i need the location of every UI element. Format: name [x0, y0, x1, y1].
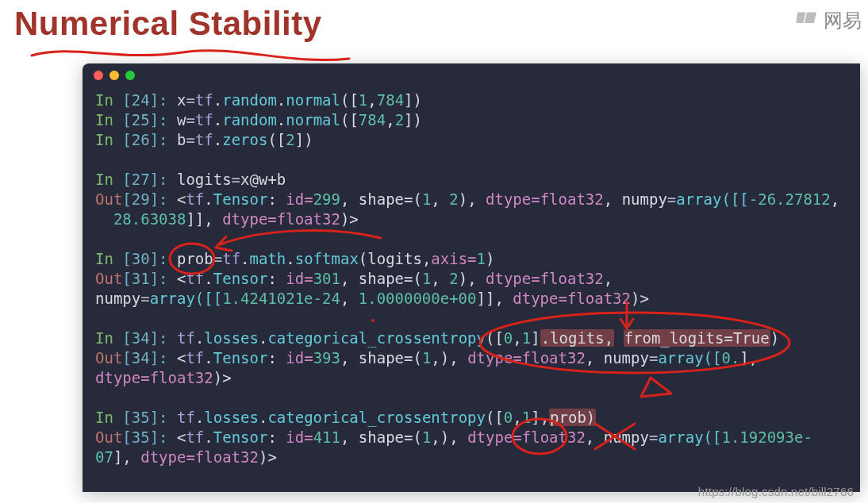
highlight-prob: prob): [549, 409, 596, 426]
ipython-session: In [24]: x=tf.random.normal([1,784]) In …: [95, 90, 852, 467]
in-prompt: In: [95, 91, 122, 109]
watermark-icon: [795, 10, 819, 32]
footer-source-url: https://blog.csdn.net/bill2766: [698, 485, 854, 498]
out-prompt: Out: [95, 190, 122, 208]
terminal-window: In [24]: x=tf.random.normal([1,784]) In …: [83, 63, 860, 492]
site-watermark: 网易: [795, 8, 862, 33]
zoom-icon: [125, 71, 135, 80]
presentation-slide: Numerical Stability 网易 In [24]: x=tf.ran…: [0, 0, 868, 503]
watermark-text: 网易: [824, 8, 862, 33]
annotation-title-underline: [32, 51, 349, 60]
highlight-logits: .logits,: [540, 329, 615, 347]
close-icon: [94, 71, 103, 80]
minimize-icon: [109, 71, 119, 80]
window-traffic-lights: [94, 71, 135, 80]
slide-title: Numerical Stability: [14, 5, 322, 43]
highlight-from-logits: from_logits=True: [624, 329, 770, 347]
